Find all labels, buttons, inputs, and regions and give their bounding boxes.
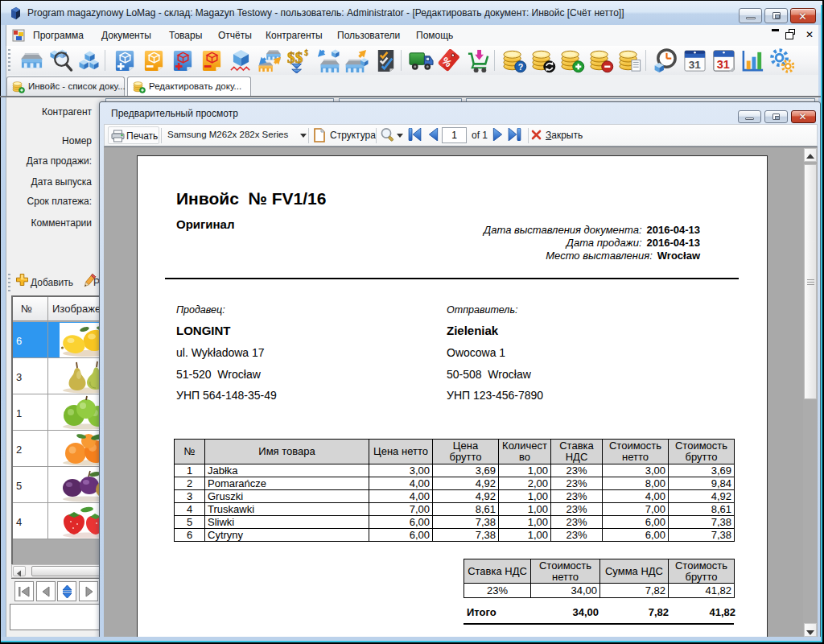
minimize-button[interactable] xyxy=(739,8,762,23)
toolbar-grip[interactable] xyxy=(8,49,10,72)
structure-label[interactable]: Структура xyxy=(330,130,376,141)
warehouse-icon[interactable] xyxy=(19,48,43,72)
discounts-icon[interactable]: % xyxy=(438,48,462,72)
settings-icon[interactable] xyxy=(769,48,793,72)
coins-remove-icon[interactable] xyxy=(589,48,613,72)
grid-horizontal-scrollbar[interactable] xyxy=(11,564,101,578)
coins-question-icon[interactable]: ? xyxy=(502,48,526,72)
work-time-icon[interactable] xyxy=(653,48,678,72)
warehouse-transfer-icon[interactable] xyxy=(258,48,282,72)
goods-issue-icon[interactable] xyxy=(344,48,369,72)
item-cell: 3,69 xyxy=(669,464,735,477)
remove-item-icon[interactable] xyxy=(142,48,166,72)
statistics-icon[interactable] xyxy=(740,48,764,72)
menu-reports[interactable]: Отчёты xyxy=(218,30,252,41)
close-preview-button[interactable]: Закрыть xyxy=(546,130,583,141)
close-button[interactable]: ✕ xyxy=(790,8,816,23)
grid-row[interactable]: 3 xyxy=(13,358,101,394)
grid-row[interactable]: 1 xyxy=(13,394,101,431)
preview-vertical-scrollbar[interactable] xyxy=(803,148,818,637)
menu-documents[interactable]: Документы xyxy=(101,30,151,41)
add-row-button[interactable]: Добавить xyxy=(31,277,73,288)
printer-select[interactable]: Samsung M262x 282x Series xyxy=(167,130,288,139)
coins-refresh-icon[interactable] xyxy=(531,48,555,72)
price-change-icon[interactable]: $$$ xyxy=(286,48,311,72)
structure-icon[interactable] xyxy=(313,128,326,142)
dialog-close-button[interactable]: ✕ xyxy=(791,110,816,123)
grid-row[interactable]: 2 xyxy=(13,431,101,467)
purchase-cart-icon[interactable] xyxy=(467,48,491,72)
fruit-image-oranges[interactable] xyxy=(48,431,101,466)
scroll-up-button[interactable] xyxy=(804,148,817,162)
calendar-blue-icon[interactable]: 31 xyxy=(682,48,707,72)
menu-goods[interactable]: Товары xyxy=(169,30,202,41)
nav-prev-button[interactable] xyxy=(36,581,56,601)
restore-button[interactable] xyxy=(764,8,788,23)
grid-cell-number[interactable]: 5 xyxy=(13,467,47,502)
dialog-minimize-button[interactable] xyxy=(738,110,761,123)
main-toolbar: $$$%?3131 xyxy=(6,46,818,75)
grid-cell-number[interactable]: 4 xyxy=(13,503,47,539)
mdi-minimize-button[interactable] xyxy=(772,29,779,31)
dialog-restore-button[interactable] xyxy=(764,110,788,123)
search-items-icon[interactable] xyxy=(48,48,72,72)
grid-row[interactable]: 6 xyxy=(13,322,101,358)
menu-users[interactable]: Пользователи xyxy=(337,30,400,41)
svg-text:?: ? xyxy=(518,62,524,72)
first-page-icon[interactable] xyxy=(408,128,422,141)
page-number-input[interactable] xyxy=(442,127,467,143)
thumb-grip xyxy=(807,279,814,286)
fruit-image-pears[interactable] xyxy=(48,358,101,394)
menu-help[interactable]: Помощь xyxy=(416,30,453,41)
item-groups-icon[interactable] xyxy=(77,48,101,72)
mdi-restore-button[interactable] xyxy=(789,29,795,35)
fruit-image-strawberries[interactable] xyxy=(48,503,101,539)
scrollbar-thumb[interactable] xyxy=(31,566,108,576)
nav-move-button[interactable] xyxy=(57,581,76,601)
tab-edit-document[interactable]: Редактировать доку... xyxy=(127,76,251,96)
grid-cell-number[interactable]: 1 xyxy=(13,394,47,430)
grid-cell-number[interactable]: 2 xyxy=(13,431,47,466)
menu-program[interactable]: Программа xyxy=(33,30,84,41)
grid-cell-number[interactable]: 3 xyxy=(13,358,47,394)
next-page-icon[interactable] xyxy=(492,128,503,141)
stocktaking-icon[interactable] xyxy=(373,48,398,72)
grid-toolbar: Добавить xyxy=(6,270,100,295)
add-item-icon[interactable] xyxy=(113,48,137,72)
grid-row[interactable]: 4 xyxy=(13,503,101,539)
scroll-down-button[interactable] xyxy=(804,623,817,637)
zoom-dropdown-icon[interactable] xyxy=(397,134,403,138)
scrollbar-thumb[interactable] xyxy=(804,164,817,399)
coins-report-icon[interactable] xyxy=(618,48,642,72)
prev-page-icon[interactable] xyxy=(428,128,439,141)
grid-toolbar-grip[interactable] xyxy=(8,274,10,291)
meta-label: Дата выставления документа: xyxy=(484,224,641,236)
grid-cell-number[interactable]: 6 xyxy=(13,322,47,357)
print-button[interactable]: Печать xyxy=(108,126,159,144)
tab-invoice-list[interactable]: Инвойс - список доку... xyxy=(6,76,125,96)
comment-box[interactable] xyxy=(10,604,102,630)
fruit-image-lemons[interactable] xyxy=(48,322,101,357)
item-history-icon[interactable] xyxy=(229,48,253,72)
calendar-red-icon[interactable]: 31 xyxy=(711,48,735,72)
last-page-icon[interactable] xyxy=(508,128,521,141)
zoom-icon[interactable] xyxy=(380,127,394,142)
scroll-left-button[interactable] xyxy=(13,566,26,576)
nav-next-button[interactable] xyxy=(79,581,98,601)
grid-col-num[interactable]: № xyxy=(21,303,32,315)
fruit-image-plums[interactable] xyxy=(48,467,101,502)
menu-contractors[interactable]: Контрагенты xyxy=(266,30,323,41)
grid-col-image[interactable]: Изображен xyxy=(52,303,101,315)
grid-row[interactable]: 5 xyxy=(13,467,101,503)
fruit-image-apples[interactable] xyxy=(48,394,101,430)
mdi-close-button[interactable]: ✕ xyxy=(805,29,814,40)
remove-document-icon[interactable] xyxy=(200,48,224,72)
close-x-icon[interactable] xyxy=(531,130,542,140)
goods-receipt-icon[interactable] xyxy=(315,48,340,72)
add-document-icon[interactable] xyxy=(171,48,195,72)
coins-add-icon[interactable] xyxy=(560,48,584,72)
delivery-truck-icon[interactable] xyxy=(409,48,433,72)
dialog-title: Предварительный просмотр xyxy=(111,108,238,119)
printer-dropdown-icon[interactable] xyxy=(300,134,307,138)
nav-first-button[interactable] xyxy=(14,581,34,601)
